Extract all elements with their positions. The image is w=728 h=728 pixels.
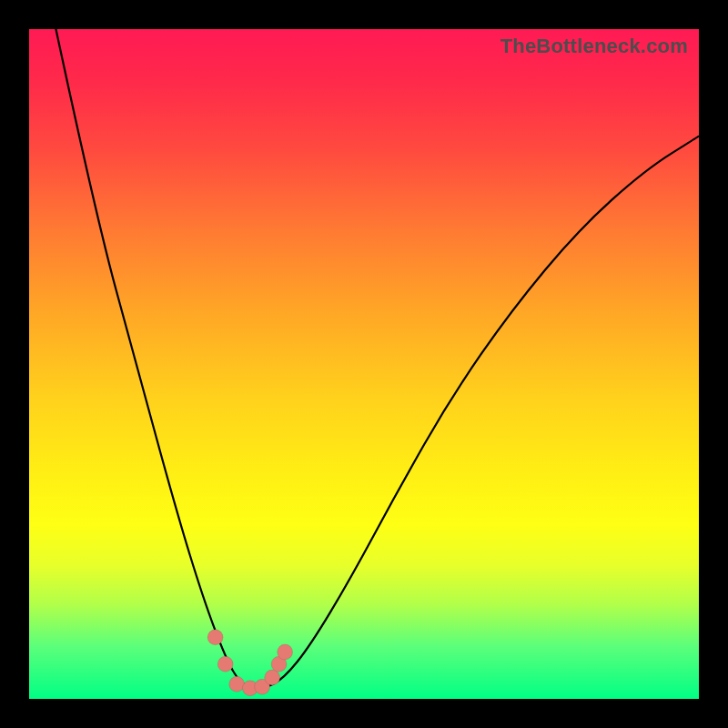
chart-svg bbox=[29, 29, 699, 699]
bottleneck-curve bbox=[56, 29, 699, 689]
marker-point bbox=[229, 676, 245, 692]
marker-point bbox=[265, 670, 280, 685]
marker-point bbox=[278, 644, 293, 660]
plot-area: TheBottleneck.com bbox=[29, 29, 699, 699]
chart-frame: TheBottleneck.com bbox=[0, 0, 728, 728]
marker-group bbox=[207, 630, 293, 696]
marker-point bbox=[207, 630, 223, 645]
marker-point bbox=[217, 656, 233, 672]
